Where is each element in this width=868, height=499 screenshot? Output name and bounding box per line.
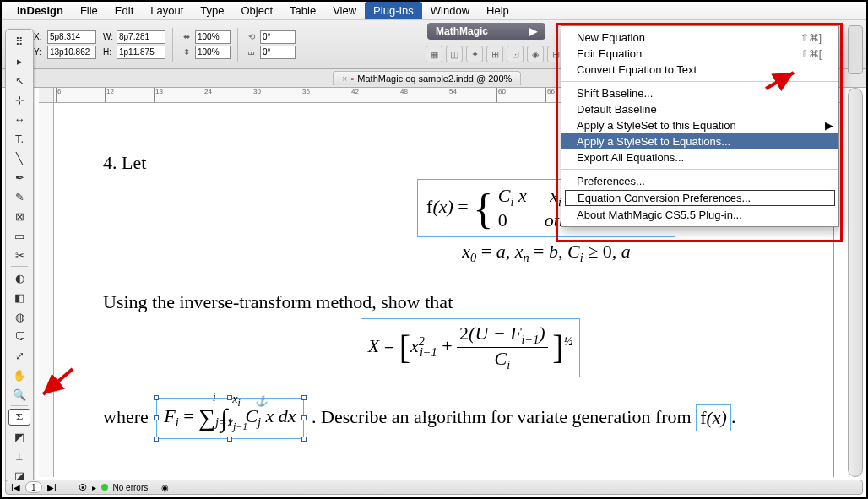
svg-line-0 [43,369,73,394]
submenu-arrow-icon: ▶ [825,119,833,132]
red-arrow-sigma [39,365,81,409]
anchor-icon: ⚓ [255,395,268,408]
icon-c[interactable]: ✦ [466,46,483,62]
equation-2[interactable]: X = [x2i−1 + 2(U − Fi−1)Ci ]½ [361,318,581,377]
dropdown-item[interactable]: Apply a StyleSet to Equations... [561,133,838,149]
menu-file[interactable]: File [72,2,106,19]
scale-y-input[interactable] [195,46,231,59]
dropdown-item[interactable]: Edit Equation⇧⌘[ [561,46,838,62]
icon-a[interactable]: ▦ [426,46,442,62]
y-input[interactable] [47,46,96,59]
menu-edit[interactable]: Edit [106,2,142,19]
dropdown-item-label: Shift Baseline... [577,87,653,100]
submenu-arrow-icon: ▶ [529,25,537,37]
dropdown-item[interactable]: New Equation⇧⌘] [561,30,838,46]
status-bar: ⅼ◀ 1 ▶ⅼ ⦿ ▸ No errors ◉ [5,480,863,495]
mathmagic-submenu-label[interactable]: MathMagic▶ [427,23,545,40]
dropdown-separator [561,169,838,170]
document-title: MathMagic eq sample2.indd @ 200% [357,73,512,84]
document-tab[interactable]: × ▪ MathMagic eq sample2.indd @ 200% [333,71,521,85]
tool-direct[interactable]: ↖ [8,72,30,89]
icon-b[interactable]: ◫ [446,46,463,62]
ruler-tick: 60 [496,88,506,102]
menu-type[interactable]: Type [192,2,232,19]
tool-grabber[interactable]: ⠿ [8,33,30,50]
tool-zoom[interactable]: 🔍 [8,386,30,403]
tool-apply-color[interactable]: ⟂ [8,447,30,464]
dropdown-item-label: Edit Equation [577,47,642,60]
icon-f[interactable]: ◈ [527,46,544,62]
tool-fill-swatch[interactable]: ◩ [8,428,30,445]
app-name: InDesign [17,4,63,17]
preflight-status-text[interactable]: No errors [113,483,149,492]
ruler-corner [39,88,54,103]
nav-next-icon[interactable]: ▸ [92,483,96,492]
tool-eyedropper[interactable]: ⤢ [8,347,30,364]
tool-hand[interactable]: ✋ [8,366,30,383]
tool-gap[interactable]: ↔ [8,111,30,127]
equation-4[interactable]: f(x) [696,404,731,431]
menu-window[interactable]: Window [422,2,478,19]
dropdown-item[interactable]: Equation Conversion Preferences... [565,190,835,206]
menu-object[interactable]: Object [233,2,282,19]
menu-help[interactable]: Help [478,2,518,19]
tool-note[interactable]: 🗨 [8,328,30,344]
tool-gradient[interactable]: ◧ [8,289,30,306]
dropdown-item[interactable]: Export All Equations... [561,149,838,165]
vertical-ruler[interactable] [39,103,54,477]
text-line3c: . [731,405,736,426]
tool-line[interactable]: ╲ [8,149,30,166]
shear-input[interactable] [260,46,296,59]
ruler-tick: 18 [154,88,163,102]
open-nav-icon[interactable]: ⦿ [79,483,87,492]
dropdown-item-label: Apply a StyleSet to this Equation [577,119,736,132]
tool-transform[interactable]: ◐ [8,269,30,286]
ruler-tick: 6 [56,88,61,102]
h-input[interactable] [117,46,165,59]
tool-pen[interactable]: ✒ [8,169,30,186]
page-nav-prev[interactable]: ⅼ◀ [11,483,20,492]
w-input[interactable] [117,30,165,44]
menu-table[interactable]: Table [281,2,324,19]
tool-pencil[interactable]: ✎ [8,188,30,205]
tool-rect[interactable]: ▭ [8,227,30,244]
ruler-tick: 42 [350,88,359,102]
equation-3-selected[interactable]: ⚓ Fi = ∑j=1i ∫xj−1xi Cj x dx [156,398,303,439]
dropdown-item[interactable]: Apply a StyleSet to this Equation▶ [561,117,838,133]
ruler-tick: 48 [399,88,408,102]
menu-view[interactable]: View [324,2,365,19]
scale-x-icon: ⬌ [180,30,193,44]
tool-scissors[interactable]: ✂ [8,247,30,263]
menu-layout[interactable]: Layout [142,2,192,19]
scale-x-input[interactable] [195,30,231,44]
rotate-input[interactable] [260,30,296,44]
dropdown-shortcut: ⇧⌘[ [800,48,822,60]
vertical-scrollbar[interactable] [848,88,863,477]
tool-rect-frame[interactable]: ⊠ [8,208,30,225]
dropdown-item-label: About MathMagic CS5.5 Plug-in... [577,209,742,221]
tool-selection[interactable]: ▸ [8,52,30,69]
preflight-status-icon [101,484,108,491]
dropdown-item-label: Export All Equations... [577,151,684,164]
tool-feather[interactable]: ◍ [8,308,30,325]
icon-e[interactable]: ⊡ [507,46,524,62]
ruler-tick: 36 [301,88,310,102]
menu-plugins[interactable]: Plug-Ins [365,2,422,19]
toolbar-icons: ▦ ◫ ✦ ⊞ ⊡ ◈ ⊟ [426,46,564,62]
page-nav-next[interactable]: ▶ⅼ [47,483,57,492]
right-panel-strip[interactable] [848,25,863,74]
x-input[interactable] [47,30,96,44]
tool-page[interactable]: ⊹ [8,91,30,108]
tool-type[interactable]: T. [8,130,30,147]
icon-d[interactable]: ⊞ [486,46,503,62]
sync-icon[interactable]: ◉ [161,483,169,492]
dropdown-item[interactable]: Preferences... [561,173,838,189]
dropdown-item[interactable]: Default Baseline [561,101,838,117]
tool-mathmagic-sigma[interactable]: Σ [8,409,30,426]
page-number[interactable]: 1 [25,481,42,493]
ruler-tick: 12 [105,88,114,102]
dropdown-item[interactable]: About MathMagic CS5.5 Plug-in... [561,207,838,223]
dropdown-item-label: Apply a StyleSet to Equations... [577,135,730,148]
close-tab-icon[interactable]: × [342,73,347,84]
ruler-tick: 54 [448,88,457,102]
